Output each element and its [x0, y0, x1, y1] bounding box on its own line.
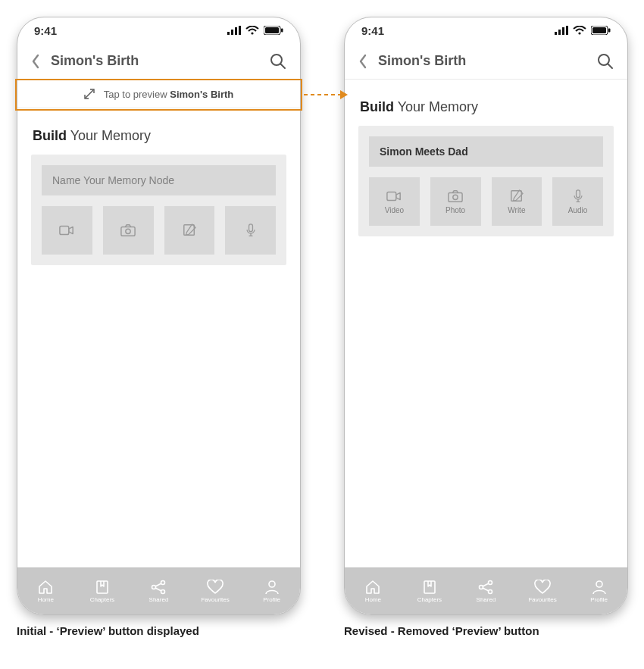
tab-label: Profile [263, 596, 280, 603]
status-icons [555, 26, 611, 35]
tab-label: Shared [149, 596, 169, 603]
svg-marker-52 [340, 90, 348, 99]
heart-icon [207, 580, 224, 595]
svg-rect-2 [235, 27, 237, 35]
svg-rect-19 [97, 581, 108, 593]
tab-shared[interactable]: Shared [130, 568, 187, 614]
tab-label: Chapters [90, 596, 114, 603]
tab-home[interactable]: Home [345, 568, 402, 614]
bookmark-icon [94, 580, 111, 595]
tab-bar: Home Chapters Shared Favourites Profile [345, 567, 627, 614]
build-heading: Build Your Memory [33, 128, 285, 144]
svg-line-48 [483, 583, 489, 586]
svg-line-10 [86, 90, 93, 98]
back-icon[interactable] [31, 54, 40, 69]
mic-icon [571, 189, 586, 203]
profile-icon [264, 580, 280, 595]
tab-label: Profile [590, 596, 608, 603]
svg-point-50 [596, 581, 602, 587]
tab-bar: Home Chapters Shared Favourites Profile [17, 567, 300, 614]
video-icon [386, 189, 402, 203]
tab-shared[interactable]: Shared [458, 568, 514, 614]
svg-rect-11 [60, 227, 69, 235]
tile-video[interactable] [42, 206, 92, 255]
write-icon [509, 189, 524, 203]
media-tiles [42, 206, 276, 255]
preview-banner[interactable]: Tap to preview Simon's Birth [17, 80, 300, 108]
signal-icon [227, 26, 241, 35]
change-arrow [302, 86, 349, 103]
heart-icon [534, 580, 551, 595]
svg-marker-37 [396, 192, 400, 199]
preview-text: Tap to preview Simon's Birth [104, 89, 233, 100]
svg-rect-0 [227, 32, 230, 35]
back-icon[interactable] [358, 54, 367, 69]
signal-icon [555, 26, 568, 35]
status-icons [227, 26, 283, 35]
title-bar: Simon's Birth [17, 43, 300, 80]
tab-label: Home [38, 596, 54, 603]
profile-icon [591, 580, 608, 595]
tile-audio[interactable]: Audio [552, 177, 603, 226]
svg-line-9 [281, 64, 286, 68]
svg-rect-41 [576, 189, 580, 197]
svg-point-4 [251, 32, 253, 34]
svg-rect-28 [562, 27, 564, 35]
svg-line-35 [608, 64, 613, 68]
tab-favourites[interactable]: Favourites [187, 568, 244, 614]
tile-write[interactable] [164, 206, 215, 255]
svg-point-14 [126, 229, 130, 233]
camera-icon [448, 189, 463, 203]
media-tiles: Video Photo Write Audio [369, 177, 603, 226]
wifi-icon [573, 26, 586, 35]
tab-chapters[interactable]: Chapters [402, 568, 458, 614]
tab-label: Shared [477, 596, 496, 603]
camera-icon [120, 224, 136, 237]
tab-home[interactable]: Home [17, 568, 74, 614]
battery-icon [264, 26, 283, 35]
svg-rect-6 [265, 27, 279, 33]
tile-photo[interactable]: Photo [430, 177, 481, 226]
phone-initial: 9:41 Simon's Birth Tap to preview Simon'… [17, 17, 301, 615]
memory-name-input[interactable]: Name Your Memory Node [42, 165, 276, 195]
memory-name-input[interactable]: Simon Meets Dad [369, 136, 603, 167]
tile-video[interactable]: Video [369, 177, 420, 226]
tab-profile[interactable]: Profile [243, 568, 300, 614]
expand-icon [84, 89, 95, 99]
svg-line-23 [155, 583, 161, 586]
wifi-icon [245, 26, 259, 35]
tab-favourites[interactable]: Favourites [514, 568, 571, 614]
tab-chapters[interactable]: Chapters [74, 568, 131, 614]
svg-point-30 [578, 32, 580, 34]
search-icon[interactable] [597, 53, 614, 70]
tab-profile[interactable]: Profile [571, 568, 627, 614]
phone-revised: 9:41 Simon's Birth Build Your Memory Sim… [344, 17, 628, 615]
svg-point-25 [269, 581, 275, 587]
tile-label: Photo [445, 206, 465, 214]
home-icon [364, 580, 381, 595]
write-icon [182, 224, 197, 237]
svg-rect-1 [231, 30, 233, 35]
status-time: 9:41 [34, 24, 57, 37]
svg-rect-26 [555, 32, 557, 35]
home-icon [37, 580, 54, 595]
search-icon[interactable] [270, 53, 286, 70]
battery-icon [591, 26, 611, 35]
build-panel: Name Your Memory Node [31, 155, 286, 265]
svg-point-39 [453, 195, 458, 199]
video-icon [59, 224, 74, 237]
tile-audio[interactable] [225, 206, 276, 255]
build-heading: Build Your Memory [360, 99, 612, 115]
svg-rect-44 [424, 581, 435, 593]
caption-left: Initial - ‘Preview’ button displayed [17, 624, 199, 637]
svg-rect-38 [449, 192, 462, 202]
svg-marker-12 [69, 227, 73, 233]
mic-icon [243, 224, 258, 237]
tab-label: Chapters [417, 596, 442, 603]
tile-photo[interactable] [103, 206, 154, 255]
tile-write[interactable]: Write [492, 177, 542, 226]
build-panel: Simon Meets Dad Video Photo Write [358, 126, 614, 236]
content-area: Build Your Memory Simon Meets Dad Video … [345, 80, 627, 567]
tile-label: Video [385, 206, 404, 214]
tab-label: Home [365, 596, 381, 603]
